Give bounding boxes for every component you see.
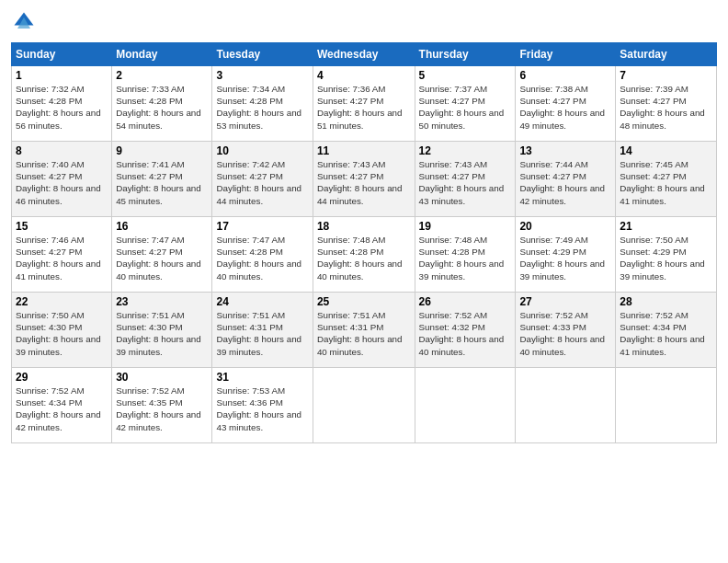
day-info: Sunrise: 7:37 AM Sunset: 4:27 PM Dayligh… [419,84,505,131]
day-number: 6 [519,69,611,82]
calendar-cell: 23 Sunrise: 7:51 AM Sunset: 4:30 PM Dayl… [112,293,212,368]
logo-icon [11,9,37,35]
calendar-header-saturday: Saturday [616,43,717,66]
day-number: 29 [16,371,108,384]
day-number: 14 [620,144,712,157]
calendar-cell: 19 Sunrise: 7:48 AM Sunset: 4:28 PM Dayl… [415,217,516,293]
day-number: 17 [216,220,308,233]
calendar-header-thursday: Thursday [415,43,516,66]
day-number: 16 [116,220,208,233]
calendar-cell: 6 Sunrise: 7:38 AM Sunset: 4:27 PM Dayli… [516,66,616,142]
day-number: 28 [620,295,712,308]
header [11,9,717,35]
calendar-cell: 26 Sunrise: 7:52 AM Sunset: 4:32 PM Dayl… [415,293,516,368]
calendar-cell: 10 Sunrise: 7:42 AM Sunset: 4:27 PM Dayl… [212,142,313,217]
day-info: Sunrise: 7:53 AM Sunset: 4:36 PM Dayligh… [216,385,301,432]
calendar-cell: 7 Sunrise: 7:39 AM Sunset: 4:27 PM Dayli… [616,66,717,142]
day-info: Sunrise: 7:34 AM Sunset: 4:28 PM Dayligh… [216,84,301,131]
day-info: Sunrise: 7:45 AM Sunset: 4:27 PM Dayligh… [620,159,705,206]
calendar-cell: 11 Sunrise: 7:43 AM Sunset: 4:27 PM Dayl… [313,142,415,217]
day-number: 26 [419,295,512,308]
day-info: Sunrise: 7:52 AM Sunset: 4:35 PM Dayligh… [116,385,201,432]
calendar-cell: 14 Sunrise: 7:45 AM Sunset: 4:27 PM Dayl… [616,142,717,217]
day-info: Sunrise: 7:52 AM Sunset: 4:34 PM Dayligh… [620,310,705,357]
day-info: Sunrise: 7:41 AM Sunset: 4:27 PM Dayligh… [116,159,201,206]
day-info: Sunrise: 7:48 AM Sunset: 4:28 PM Dayligh… [419,235,505,282]
calendar-cell: 3 Sunrise: 7:34 AM Sunset: 4:28 PM Dayli… [212,66,313,142]
day-number: 3 [216,69,308,82]
calendar-cell: 1 Sunrise: 7:32 AM Sunset: 4:28 PM Dayli… [12,66,112,142]
day-number: 22 [16,295,108,308]
day-number: 13 [519,144,611,157]
day-number: 30 [116,371,208,384]
calendar-cell: 4 Sunrise: 7:36 AM Sunset: 4:27 PM Dayli… [313,66,415,142]
day-info: Sunrise: 7:42 AM Sunset: 4:27 PM Dayligh… [216,159,301,206]
day-number: 7 [620,69,712,82]
day-info: Sunrise: 7:47 AM Sunset: 4:27 PM Dayligh… [116,235,201,282]
calendar-cell: 28 Sunrise: 7:52 AM Sunset: 4:34 PM Dayl… [616,293,717,368]
day-number: 19 [419,220,512,233]
calendar-cell: 18 Sunrise: 7:48 AM Sunset: 4:28 PM Dayl… [313,217,415,293]
day-number: 24 [216,295,308,308]
day-number: 9 [116,144,208,157]
day-info: Sunrise: 7:52 AM Sunset: 4:32 PM Dayligh… [419,310,505,357]
day-info: Sunrise: 7:51 AM Sunset: 4:31 PM Dayligh… [317,310,403,357]
day-info: Sunrise: 7:43 AM Sunset: 4:27 PM Dayligh… [419,159,505,206]
day-number: 5 [419,69,512,82]
day-info: Sunrise: 7:36 AM Sunset: 4:27 PM Dayligh… [317,84,403,131]
calendar-table: SundayMondayTuesdayWednesdayThursdayFrid… [11,42,717,443]
day-info: Sunrise: 7:50 AM Sunset: 4:29 PM Dayligh… [620,235,705,282]
day-info: Sunrise: 7:51 AM Sunset: 4:31 PM Dayligh… [216,310,301,357]
calendar-cell: 20 Sunrise: 7:49 AM Sunset: 4:29 PM Dayl… [516,217,616,293]
day-info: Sunrise: 7:47 AM Sunset: 4:28 PM Dayligh… [216,235,301,282]
day-info: Sunrise: 7:39 AM Sunset: 4:27 PM Dayligh… [620,84,705,131]
logo [11,9,40,35]
day-info: Sunrise: 7:32 AM Sunset: 4:28 PM Dayligh… [16,84,101,131]
calendar-week-4: 22 Sunrise: 7:50 AM Sunset: 4:30 PM Dayl… [12,293,717,368]
day-number: 20 [519,220,611,233]
calendar-cell: 2 Sunrise: 7:33 AM Sunset: 4:28 PM Dayli… [112,66,212,142]
day-info: Sunrise: 7:51 AM Sunset: 4:30 PM Dayligh… [116,310,201,357]
day-number: 11 [317,144,411,157]
calendar-cell: 9 Sunrise: 7:41 AM Sunset: 4:27 PM Dayli… [112,142,212,217]
calendar-cell: 31 Sunrise: 7:53 AM Sunset: 4:36 PM Dayl… [212,368,313,443]
calendar-week-2: 8 Sunrise: 7:40 AM Sunset: 4:27 PM Dayli… [12,142,717,217]
calendar-week-1: 1 Sunrise: 7:32 AM Sunset: 4:28 PM Dayli… [12,66,717,142]
day-number: 25 [317,295,411,308]
calendar-cell [616,368,717,443]
day-number: 18 [317,220,411,233]
calendar-cell [313,368,415,443]
day-info: Sunrise: 7:46 AM Sunset: 4:27 PM Dayligh… [16,235,101,282]
calendar-week-5: 29 Sunrise: 7:52 AM Sunset: 4:34 PM Dayl… [12,368,717,443]
calendar-cell: 27 Sunrise: 7:52 AM Sunset: 4:33 PM Dayl… [516,293,616,368]
calendar-header-friday: Friday [516,43,616,66]
calendar-cell: 16 Sunrise: 7:47 AM Sunset: 4:27 PM Dayl… [112,217,212,293]
day-info: Sunrise: 7:50 AM Sunset: 4:30 PM Dayligh… [16,310,101,357]
day-info: Sunrise: 7:38 AM Sunset: 4:27 PM Dayligh… [519,84,605,131]
day-number: 4 [317,69,411,82]
day-number: 12 [419,144,512,157]
day-number: 21 [620,220,712,233]
day-number: 27 [519,295,611,308]
day-info: Sunrise: 7:44 AM Sunset: 4:27 PM Dayligh… [519,159,605,206]
day-info: Sunrise: 7:52 AM Sunset: 4:33 PM Dayligh… [519,310,605,357]
calendar-header-monday: Monday [112,43,212,66]
day-info: Sunrise: 7:43 AM Sunset: 4:27 PM Dayligh… [317,159,403,206]
calendar-cell: 13 Sunrise: 7:44 AM Sunset: 4:27 PM Dayl… [516,142,616,217]
calendar-header-tuesday: Tuesday [212,43,313,66]
day-number: 8 [16,144,108,157]
calendar-cell: 30 Sunrise: 7:52 AM Sunset: 4:35 PM Dayl… [112,368,212,443]
day-number: 1 [16,69,108,82]
calendar-cell: 12 Sunrise: 7:43 AM Sunset: 4:27 PM Dayl… [415,142,516,217]
day-number: 2 [116,69,208,82]
calendar-cell: 24 Sunrise: 7:51 AM Sunset: 4:31 PM Dayl… [212,293,313,368]
day-number: 10 [216,144,308,157]
page: SundayMondayTuesdayWednesdayThursdayFrid… [0,0,728,563]
day-info: Sunrise: 7:40 AM Sunset: 4:27 PM Dayligh… [16,159,101,206]
calendar-header-wednesday: Wednesday [313,43,415,66]
calendar-cell [415,368,516,443]
day-info: Sunrise: 7:49 AM Sunset: 4:29 PM Dayligh… [519,235,605,282]
calendar-cell: 29 Sunrise: 7:52 AM Sunset: 4:34 PM Dayl… [12,368,112,443]
calendar-cell: 8 Sunrise: 7:40 AM Sunset: 4:27 PM Dayli… [12,142,112,217]
calendar-cell: 17 Sunrise: 7:47 AM Sunset: 4:28 PM Dayl… [212,217,313,293]
